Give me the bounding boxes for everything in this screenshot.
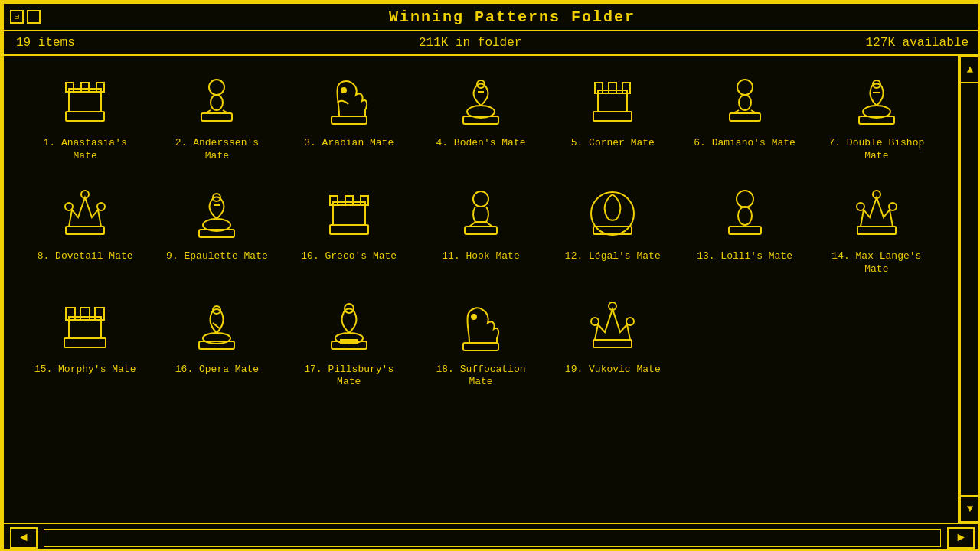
svg-rect-0 bbox=[66, 112, 104, 121]
svg-point-53 bbox=[738, 207, 752, 225]
svg-point-76 bbox=[591, 318, 599, 325]
svg-rect-17 bbox=[593, 112, 632, 121]
rook-icon bbox=[318, 183, 380, 244]
svg-point-58 bbox=[889, 203, 897, 210]
bishop_circle-icon bbox=[582, 183, 643, 244]
svg-point-33 bbox=[65, 203, 73, 210]
item-label: 3. Arabian Mate bbox=[304, 137, 394, 150]
bishop-icon bbox=[846, 70, 907, 131]
list-item[interactable]: 6. Damiano's Mate bbox=[678, 64, 810, 169]
back-button[interactable]: ◄ bbox=[10, 527, 38, 549]
list-item[interactable]: 17. Pillsbury's Mate bbox=[283, 290, 415, 396]
path-bar bbox=[44, 529, 941, 547]
list-item[interactable]: 18. Suffocation Mate bbox=[415, 290, 547, 396]
svg-point-74 bbox=[472, 315, 476, 319]
list-item[interactable]: 13. Lolli's Mate bbox=[678, 177, 810, 282]
svg-rect-25 bbox=[730, 113, 760, 121]
pawn-icon bbox=[186, 70, 247, 131]
list-item[interactable]: 14. Max Lange's Mate bbox=[811, 177, 942, 282]
list-item[interactable]: 5. Corner Mate bbox=[547, 64, 678, 169]
pawn2-icon bbox=[450, 183, 511, 244]
svg-rect-20 bbox=[609, 83, 616, 93]
list-item[interactable]: 12. Légal's Mate bbox=[547, 177, 678, 282]
queen2-icon bbox=[582, 296, 643, 357]
list-item[interactable]: 10. Greco's Mate bbox=[283, 177, 415, 282]
list-item[interactable]: 15. Morphy's Mate bbox=[19, 290, 151, 396]
svg-rect-11 bbox=[332, 116, 367, 124]
bishop_pen-icon bbox=[186, 296, 247, 357]
items-area: 1. Anastasia's Mate 2. Anderssen's Mate … bbox=[4, 56, 959, 523]
svg-rect-62 bbox=[80, 308, 90, 320]
queen-icon bbox=[846, 183, 907, 244]
list-item[interactable]: 19. Vukovic Mate bbox=[547, 290, 678, 396]
svg-point-52 bbox=[737, 191, 753, 207]
svg-rect-3 bbox=[81, 83, 89, 92]
bottom-bar: ◄ ► bbox=[4, 523, 980, 551]
bishop2-icon bbox=[450, 70, 511, 131]
title-bar-controls: ⊟ bbox=[10, 10, 41, 24]
item-label: 11. Hook Mate bbox=[442, 250, 519, 263]
forward-button[interactable]: ► bbox=[947, 527, 975, 549]
available-space: 127K available bbox=[866, 36, 969, 50]
svg-point-78 bbox=[626, 318, 634, 325]
list-item[interactable]: 8. Dovetail Mate bbox=[19, 177, 151, 282]
svg-rect-59 bbox=[64, 338, 106, 347]
item-label: 2. Anderssen's Mate bbox=[163, 137, 270, 163]
bishop3-icon bbox=[318, 296, 380, 357]
svg-rect-65 bbox=[199, 341, 234, 349]
item-label: 4. Boden's Mate bbox=[436, 137, 525, 150]
item-label: 17. Pillsbury's Mate bbox=[296, 364, 403, 390]
items-grid: 1. Anastasia's Mate 2. Anderssen's Mate … bbox=[19, 64, 942, 395]
list-item[interactable]: 7. Double Bishop Mate bbox=[811, 64, 942, 169]
svg-point-50 bbox=[591, 192, 634, 235]
item-label: 10. Greco's Mate bbox=[301, 250, 397, 263]
folder-size: 211K in folder bbox=[419, 36, 521, 50]
item-label: 18. Suffocation Mate bbox=[427, 364, 534, 390]
svg-point-6 bbox=[209, 80, 224, 95]
item-label: 14. Max Lange's Mate bbox=[823, 250, 930, 276]
item-label: 6. Damiano's Mate bbox=[694, 137, 795, 150]
list-item[interactable]: 3. Arabian Mate bbox=[283, 64, 415, 169]
svg-rect-73 bbox=[463, 343, 498, 350]
svg-rect-32 bbox=[66, 227, 104, 234]
pawn3-icon bbox=[714, 183, 776, 244]
rook-icon bbox=[54, 70, 116, 131]
knight-icon bbox=[318, 70, 380, 131]
list-item[interactable]: 2. Anderssen's Mate bbox=[151, 64, 283, 169]
item-label: 19. Vukovic Mate bbox=[565, 364, 661, 377]
window-title: Winning Patterns Folder bbox=[50, 8, 975, 26]
scroll-down-button[interactable]: ▼ bbox=[959, 495, 980, 523]
list-item[interactable]: 4. Boden's Mate bbox=[415, 64, 547, 169]
svg-point-12 bbox=[341, 88, 346, 93]
svg-rect-63 bbox=[95, 308, 104, 320]
items-count: 19 items bbox=[16, 36, 75, 50]
rook2-icon bbox=[582, 70, 643, 131]
svg-point-7 bbox=[211, 95, 223, 110]
svg-rect-40 bbox=[330, 225, 368, 234]
list-item[interactable]: 9. Epaulette Mate bbox=[151, 177, 283, 282]
svg-point-23 bbox=[737, 80, 753, 95]
svg-rect-54 bbox=[729, 227, 761, 234]
svg-point-35 bbox=[97, 203, 105, 210]
list-item[interactable]: 16. Opera Mate bbox=[151, 290, 283, 396]
svg-rect-55 bbox=[858, 227, 896, 234]
window: ⊟ Winning Patterns Folder 19 items 211K … bbox=[2, 2, 980, 551]
svg-rect-75 bbox=[593, 340, 632, 347]
pawn-icon bbox=[714, 70, 776, 131]
scroll-up-button[interactable]: ▲ bbox=[959, 56, 980, 83]
list-item[interactable]: 1. Anastasia's Mate bbox=[19, 64, 151, 169]
rook3-icon bbox=[54, 296, 116, 357]
main-content: 1. Anastasia's Mate 2. Anderssen's Mate … bbox=[4, 56, 980, 523]
svg-point-24 bbox=[739, 95, 751, 110]
maximize-icon[interactable] bbox=[27, 10, 41, 24]
item-label: 1. Anastasia's Mate bbox=[31, 137, 139, 163]
list-item[interactable]: 11. Hook Mate bbox=[415, 177, 547, 282]
zoom-icon[interactable]: ⊟ bbox=[10, 10, 24, 24]
svg-point-46 bbox=[473, 191, 488, 207]
svg-rect-61 bbox=[66, 308, 75, 320]
item-label: 7. Double Bishop Mate bbox=[823, 137, 930, 163]
scroll-track bbox=[959, 83, 980, 495]
item-label: 5. Corner Mate bbox=[571, 137, 655, 150]
item-label: 12. Légal's Mate bbox=[565, 250, 661, 263]
svg-line-68 bbox=[213, 323, 220, 329]
